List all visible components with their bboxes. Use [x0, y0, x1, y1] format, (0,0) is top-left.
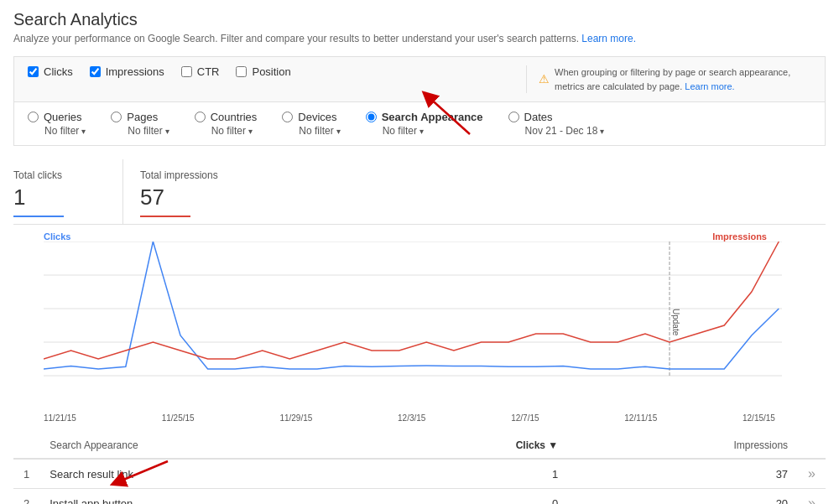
total-impressions-value: 57: [140, 184, 218, 210]
filter-countries-sub[interactable]: No filter ▾: [195, 125, 258, 137]
ctr-checkbox[interactable]: [181, 66, 192, 77]
filter-countries: Countries No filter ▾: [195, 111, 258, 137]
filter-queries: Queries No filter ▾: [28, 111, 86, 137]
total-impressions-box: Total impressions 57: [122, 159, 235, 224]
clicks-underline: [13, 216, 64, 217]
metric-ctr[interactable]: CTR: [181, 65, 220, 78]
row-1-clicks: 1: [375, 459, 568, 489]
filter-pages-radio[interactable]: [111, 112, 122, 122]
warning-icon: ⚠: [539, 70, 550, 88]
filter-row: Queries No filter ▾ Pages No filter ▾: [13, 102, 826, 146]
x-label-1: 11/21/15: [44, 413, 76, 423]
filter-dates: Dates Nov 21 - Dec 18 ▾: [508, 111, 605, 137]
row-2-name: Install app button: [39, 489, 375, 505]
row-1-num: 1: [13, 459, 39, 489]
chart-container: Clicks Impressions 0 0.25 0.50 0.75 1.00: [13, 231, 826, 423]
row-2-clicks: 0: [375, 489, 568, 505]
filter-search-appearance-radio[interactable]: [366, 112, 377, 122]
total-clicks-box: Total clicks 1: [13, 159, 122, 224]
row-2-impressions: 20: [568, 489, 798, 505]
filter-countries-radio[interactable]: [195, 112, 206, 122]
filter-devices-radio[interactable]: [282, 112, 293, 122]
th-clicks[interactable]: Clicks ▼: [375, 433, 568, 459]
learn-more-link-top[interactable]: Learn more.: [581, 33, 636, 44]
learn-more-link-warning[interactable]: Learn more.: [685, 81, 734, 91]
data-table: Search Appearance Clicks ▼ Impressions 1…: [13, 433, 826, 504]
metrics-row: Clicks Impressions CTR Position ⚠: [13, 56, 826, 102]
x-label-7: 12/15/15: [743, 413, 775, 423]
metric-position[interactable]: Position: [236, 65, 290, 78]
row-1-expand[interactable]: »: [798, 459, 826, 489]
chevron-down-icon: ▾: [600, 127, 604, 136]
warning-text: When grouping or filtering by page or se…: [555, 65, 811, 93]
table-row: 1 Search result link 1 37 »: [13, 459, 826, 489]
total-impressions-label: Total impressions: [140, 169, 218, 181]
position-checkbox[interactable]: [236, 66, 247, 77]
metrics-left: Clicks Impressions CTR Position: [28, 65, 526, 78]
total-clicks-value: 1: [13, 184, 106, 210]
table-row: 2 Install app button 0 20 »: [13, 489, 826, 505]
filter-pages: Pages No filter ▾: [111, 111, 169, 137]
svg-text:Update: Update: [671, 309, 680, 336]
table-header-row: Search Appearance Clicks ▼ Impressions: [13, 433, 826, 459]
chart-y-left-label: Clicks: [44, 231, 70, 242]
th-num: [13, 433, 39, 459]
filter-search-appearance: Search Appearance No filter ▾: [366, 111, 483, 137]
chart-svg: 0 0.25 0.50 0.75 1.00 0 4 8 12 16 Update: [44, 242, 782, 409]
filter-dates-sub[interactable]: Nov 21 - Dec 18 ▾: [508, 125, 605, 137]
row-2-expand[interactable]: »: [798, 489, 826, 505]
filter-queries-radio[interactable]: [28, 112, 39, 122]
page-title: Search Analytics: [13, 10, 826, 29]
x-label-5: 12/7/15: [511, 413, 539, 423]
total-clicks-label: Total clicks: [13, 169, 106, 181]
impressions-underline: [140, 216, 190, 217]
filter-devices-sub[interactable]: No filter ▾: [282, 125, 340, 137]
filter-dates-radio[interactable]: [508, 112, 519, 122]
x-label-6: 12/11/15: [624, 413, 657, 423]
metric-clicks[interactable]: Clicks: [28, 65, 73, 78]
page-subtitle: Analyze your performance on Google Searc…: [13, 33, 826, 44]
filter-queries-sub[interactable]: No filter ▾: [28, 125, 86, 137]
totals-row: Total clicks 1 Total impressions 57: [13, 159, 826, 225]
chevron-down-icon: ▾: [420, 127, 424, 136]
clicks-checkbox[interactable]: [28, 66, 39, 77]
row-1-impressions: 37: [568, 459, 798, 489]
metric-impressions[interactable]: Impressions: [90, 65, 164, 78]
chevron-down-icon: ▾: [81, 127, 86, 136]
filter-search-appearance-sub[interactable]: No filter ▾: [366, 125, 483, 137]
filter-devices: Devices No filter ▾: [282, 111, 340, 137]
row-1-name: Search result link: [39, 459, 375, 489]
metrics-warning: ⚠ When grouping or filtering by page or …: [526, 65, 811, 93]
filter-pages-sub[interactable]: No filter ▾: [111, 125, 169, 137]
chevron-down-icon: ▾: [165, 127, 169, 136]
x-label-3: 11/29/15: [279, 413, 312, 423]
x-label-2: 11/25/15: [162, 413, 195, 423]
x-label-4: 12/3/15: [398, 413, 425, 423]
impressions-checkbox[interactable]: [90, 66, 101, 77]
chevron-down-icon: ▾: [336, 127, 341, 136]
th-impressions[interactable]: Impressions: [568, 433, 798, 459]
th-expand: [798, 433, 826, 459]
chevron-down-icon: ▾: [248, 127, 253, 136]
row-2-num: 2: [13, 489, 39, 505]
th-search-appearance: Search Appearance: [39, 433, 375, 459]
chart-y-right-label: Impressions: [712, 231, 767, 242]
